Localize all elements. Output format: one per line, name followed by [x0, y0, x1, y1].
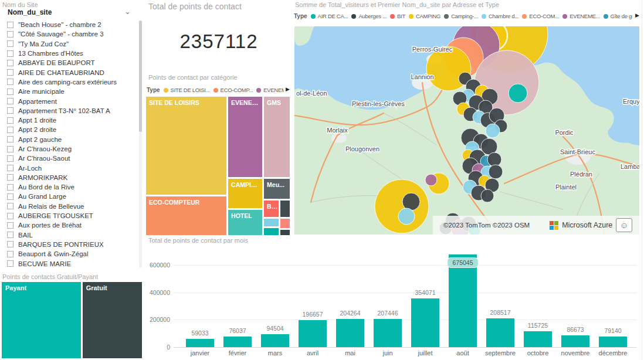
legend-overflow-arrow-icon[interactable]: ▶: [635, 12, 639, 18]
slicer-item[interactable]: Appt 1 droite: [4, 116, 136, 125]
slicer-item-checkbox[interactable]: [7, 40, 13, 47]
slicer-item-checkbox[interactable]: [7, 213, 13, 219]
legend-overflow-arrow-icon[interactable]: ▶: [286, 86, 290, 92]
slicer-field-header[interactable]: Nom_du_site ⌄: [8, 8, 137, 16]
treemap-block[interactable]: Gratuit: [83, 282, 142, 358]
slicer-item[interactable]: BECUWE MARIE: [4, 259, 136, 268]
bar[interactable]: [599, 337, 627, 347]
slicer-item-checkbox[interactable]: [7, 155, 13, 162]
slicer-item-checkbox[interactable]: [7, 22, 13, 28]
slicer-item-checkbox[interactable]: [7, 203, 13, 209]
slicer-item[interactable]: Appt 2 droite: [4, 125, 136, 134]
legend-item[interactable]: EVENEME...: [256, 87, 284, 93]
map-feedback-smiley-button[interactable]: ☺: [616, 218, 632, 232]
legend-item[interactable]: CAMPING: [409, 13, 440, 19]
slicer-item[interactable]: BARQUES DE PONTRIEUX: [4, 240, 136, 249]
map-bubble[interactable]: [481, 189, 494, 202]
bar[interactable]: [561, 335, 589, 347]
bar[interactable]: [486, 318, 514, 347]
slicer-item[interactable]: Aux portes de Bréhat: [4, 220, 136, 230]
slicer-item[interactable]: Aire municipale: [4, 87, 136, 96]
legend-item[interactable]: ECO-COM...: [522, 13, 559, 19]
bar[interactable]: [374, 319, 402, 347]
slicer-item-checkbox[interactable]: [7, 89, 13, 95]
slicer-item-checkbox[interactable]: [7, 69, 13, 76]
treemap-block[interactable]: SITE DE LOISIRS: [145, 96, 227, 195]
slicer-item[interactable]: ABBAYE DE BEAUPORT: [4, 58, 136, 67]
slicer-item-checkbox[interactable]: [7, 146, 13, 152]
map-bubble[interactable]: [486, 124, 500, 138]
bar[interactable]: [223, 337, 252, 347]
treemap-block[interactable]: [280, 218, 290, 229]
legend-item[interactable]: SITE DE LOISI...: [164, 87, 210, 93]
slicer-item[interactable]: ARMORIKPARK: [4, 173, 136, 182]
slicer-item-checkbox[interactable]: [7, 241, 13, 247]
legend-item[interactable]: Camping-...: [444, 13, 478, 19]
slicer-item-checkbox[interactable]: [7, 232, 13, 238]
slicer-item-checkbox[interactable]: [7, 127, 13, 133]
legend-item[interactable]: Gîte de gr...: [604, 13, 632, 19]
legend-item[interactable]: Chambre d...: [482, 13, 518, 19]
map-bubble[interactable]: [375, 179, 429, 233]
map-bubble[interactable]: [402, 193, 420, 210]
slicer-scrollbar-thumb[interactable]: [139, 21, 142, 132]
slicer-item[interactable]: AIRE DE CHATEAUBRIAND: [4, 67, 136, 77]
slicer-item-checkbox[interactable]: [7, 60, 13, 66]
map-bubble[interactable]: [487, 152, 501, 167]
slicer-item-checkbox[interactable]: [7, 165, 13, 171]
slicer-item-checkbox[interactable]: [7, 251, 13, 257]
legend-item[interactable]: AIR DE CA...: [311, 13, 348, 19]
treemap-block[interactable]: CAMPING: [228, 178, 263, 209]
slicer-item[interactable]: Au Grand Large: [4, 192, 136, 201]
map-canvas[interactable]: Perros-GuirecLannionol-de-LéonPlestin-le…: [294, 26, 639, 235]
slicer-item[interactable]: Au Relais de Bellevue: [4, 202, 136, 211]
treemap-block[interactable]: [263, 218, 279, 227]
treemap-block[interactable]: BIT: [263, 200, 279, 218]
slicer-item[interactable]: Ar C'hraou-Kezeg: [4, 144, 136, 154]
slicer-item[interactable]: Ar-Loch: [4, 163, 136, 172]
slicer-item-checkbox[interactable]: [7, 184, 13, 191]
slicer-item-checkbox[interactable]: [7, 193, 13, 200]
slicer-item[interactable]: Appt 2 gauche: [4, 135, 136, 144]
map-bubble[interactable]: [509, 84, 527, 103]
slicer-item[interactable]: Appartement T3-N° 102-BAT A: [4, 106, 136, 116]
slicer-item-checkbox[interactable]: [7, 260, 13, 267]
map-visual[interactable]: Perros-GuirecLannionol-de-LéonPlestin-le…: [294, 26, 639, 235]
treemap-block[interactable]: [280, 200, 290, 218]
treemap-block[interactable]: Meu...: [263, 178, 290, 199]
treemap-block[interactable]: HOTEL: [228, 209, 263, 236]
bar[interactable]: [261, 334, 289, 347]
bar[interactable]: [186, 339, 214, 347]
slicer-item-checkbox[interactable]: [7, 174, 13, 181]
slicer-item[interactable]: Beauport & Gwin-Zégal: [4, 249, 136, 259]
bar[interactable]: [524, 331, 552, 347]
map-bubble[interactable]: [425, 174, 437, 186]
slicer-item[interactable]: AUBERGE TI'GOUSKET: [4, 211, 136, 220]
slicer-item[interactable]: Au Bord de la Rive: [4, 182, 136, 192]
slicer-item[interactable]: BAIL: [4, 230, 136, 240]
treemap-block[interactable]: ECO-COMPTEUR: [145, 196, 227, 236]
legend-item[interactable]: ECO-COMP...: [213, 87, 253, 93]
map-bubble[interactable]: [489, 165, 503, 179]
slicer-item-checkbox[interactable]: [7, 31, 13, 38]
slicer-item[interactable]: "Beach House" - chambre 2: [4, 20, 136, 29]
slicer-item-checkbox[interactable]: [7, 50, 13, 57]
bar[interactable]: [411, 298, 439, 347]
legend-item[interactable]: BIT: [390, 13, 405, 19]
legend-item[interactable]: EVENEME...: [562, 13, 599, 19]
map-bubble[interactable]: [398, 208, 415, 225]
legend-item[interactable]: Auberges ...: [351, 13, 387, 19]
slicer-item-checkbox[interactable]: [7, 117, 13, 124]
bar[interactable]: [449, 254, 477, 347]
slicer-item[interactable]: Aire des camping-cars extérieurs: [4, 77, 136, 87]
slicer-item[interactable]: 13 Chambres d'Hôtes: [4, 49, 136, 58]
slicer-item-checkbox[interactable]: [7, 107, 13, 114]
slicer-item-checkbox[interactable]: [7, 136, 13, 142]
slicer-item[interactable]: Appartement: [4, 96, 136, 106]
slicer-item[interactable]: Ar C'hraou-Saout: [4, 154, 136, 163]
treemap-block[interactable]: Payant: [2, 282, 81, 358]
chevron-down-icon[interactable]: ⌄: [124, 7, 131, 16]
slicer-item-checkbox[interactable]: [7, 222, 13, 229]
treemap-block[interactable]: GMS: [263, 96, 290, 178]
slicer-item[interactable]: "Ty Ma Zud Coz": [4, 39, 136, 49]
